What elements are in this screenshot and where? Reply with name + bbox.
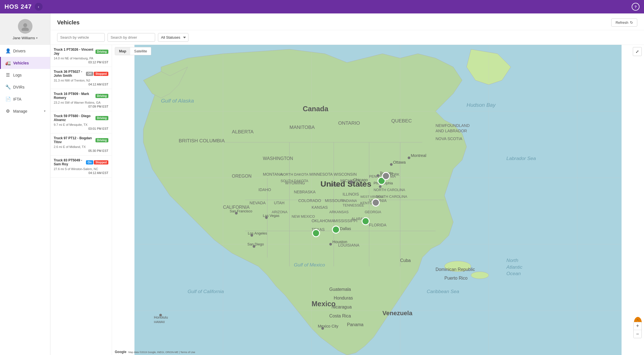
svg-point-4 [471, 272, 489, 279]
svg-text:Honduras: Honduras [334, 296, 353, 300]
svg-text:TENNESSEE: TENNESSEE [342, 203, 364, 207]
page-title: Vehicles [57, 19, 80, 26]
svg-text:Guatemala: Guatemala [329, 287, 351, 292]
svg-point-1 [22, 27, 29, 31]
svg-text:San Francisco: San Francisco [230, 209, 252, 213]
vehicle-list: Truck 1 PT3026 - Vincent Jay Driving 14.… [50, 45, 112, 355]
svg-text:OREGON: OREGON [232, 174, 251, 178]
vehicle-marker-3[interactable] [362, 218, 369, 225]
vehicle-location: 23.2 mi SW of Warner Robins, GA [54, 101, 108, 104]
svg-text:Ocean: Ocean [507, 271, 521, 276]
google-logo: Google [115, 350, 126, 354]
svg-text:NEW MEXICO: NEW MEXICO [292, 215, 315, 219]
svg-text:UTAH: UTAH [274, 201, 284, 205]
svg-text:COLORADO: COLORADO [298, 198, 321, 203]
map-tab-map[interactable]: Map [115, 47, 130, 55]
vehicle-name: Truck 36 PT5027 - John Smith [54, 70, 84, 78]
table-row[interactable]: Truck 83 PT5049 - Sam Roy On Stopped 27.… [50, 156, 112, 178]
table-row[interactable]: Truck 97 PT12 - Bogdan Titov Driving 2.6… [50, 133, 112, 156]
sidebar-item-label-drivers: Drivers [13, 49, 25, 53]
vehicle-marker-5[interactable] [312, 229, 319, 236]
svg-text:Dallas: Dallas [340, 226, 351, 231]
svg-text:San Diego: San Diego [247, 242, 264, 246]
svg-text:Canada: Canada [303, 105, 328, 113]
svg-text:SOUTH DAKOTA: SOUTH DAKOTA [281, 179, 308, 183]
vehicle-marker-2[interactable] [382, 172, 389, 179]
sidebar-item-manage[interactable]: ⚙ Manage ▾ [0, 105, 50, 117]
svg-text:Labrador Sea: Labrador Sea [507, 156, 536, 161]
filter-bar: All Statuses Driving Off Duty Stopped On… [50, 30, 644, 45]
sidebar-item-label-manage: Manage [13, 109, 27, 113]
svg-text:Honolulu: Honolulu [154, 315, 168, 319]
sidebar-item-label-logs: Logs [13, 73, 22, 77]
chicago-dot [350, 180, 353, 184]
vehicle-marker-6[interactable] [372, 199, 379, 206]
svg-text:Atlantic: Atlantic [506, 264, 522, 270]
help-button[interactable]: ? [632, 3, 640, 11]
sidebar: Jane Williams ▾ 👤 Drivers 🚛 Vehicles ☰ L… [0, 13, 50, 355]
sidebar-item-drivers[interactable]: 👤 Drivers [0, 45, 50, 57]
sidebar-item-dvirs[interactable]: 🔧 DVIRs [0, 81, 50, 93]
svg-text:Chicago: Chicago [353, 178, 368, 182]
sidebar-item-ifta[interactable]: 📄 IFTA [0, 93, 50, 105]
svg-text:OKLAHOMA: OKLAHOMA [312, 219, 334, 223]
svg-text:NEVADA: NEVADA [249, 201, 266, 205]
fullscreen-button[interactable]: ⤢ [633, 47, 642, 56]
vehicle-time: 07:09 PM EST [88, 105, 108, 108]
map-tab-satellite[interactable]: Satellite [130, 47, 151, 55]
svg-text:Mexico City: Mexico City [318, 324, 339, 328]
svg-text:KANSAS: KANSAS [312, 205, 328, 210]
header-left: HOS 247 ‹ [4, 3, 43, 11]
vehicle-marker-4[interactable] [332, 226, 339, 233]
svg-text:MONTANA: MONTANA [263, 172, 283, 177]
svg-text:OHIO: OHIO [356, 183, 366, 187]
svg-text:FLORIDA: FLORIDA [369, 223, 386, 227]
drivers-icon: 👤 [5, 48, 10, 54]
vehicle-time: 05:30 PM EST [88, 149, 108, 152]
svg-text:Dominican Republic: Dominican Republic [436, 267, 475, 272]
status-badge: Driving [95, 116, 108, 120]
svg-text:ILLINOIS: ILLINOIS [342, 192, 359, 196]
vehicle-time: 03:12 PM EST [88, 61, 108, 64]
username[interactable]: Jane Williams ▾ [13, 36, 38, 40]
vehicle-time: 03:01 PM EST [88, 127, 108, 130]
zoom-out-button[interactable]: − [634, 330, 641, 338]
top-header: HOS 247 ‹ ? [0, 0, 644, 13]
vehicle-name: Truck 59 PT680 - Diego Alvarez [54, 114, 94, 122]
back-button[interactable]: ‹ [35, 3, 43, 11]
status-badge: Driving [95, 138, 108, 142]
refresh-button[interactable]: Refresh ↻ [611, 18, 637, 27]
search-driver-input[interactable] [108, 33, 155, 42]
ifta-icon: 📄 [5, 96, 10, 102]
vehicle-location: 9.7 mi E of Mesquite, TX [54, 123, 108, 126]
svg-text:NEBRASKA: NEBRASKA [294, 190, 316, 194]
refresh-label: Refresh [615, 20, 628, 25]
svg-text:MANITOBA: MANITOBA [290, 124, 315, 130]
table-row[interactable]: Truck 59 PT680 - Diego Alvarez Driving 9… [50, 111, 112, 133]
zoom-in-button[interactable]: + [634, 322, 641, 330]
avatar [18, 19, 32, 34]
search-vehicle-input[interactable] [57, 33, 105, 42]
toronto-dot [377, 174, 379, 177]
svg-text:INDIANA: INDIANA [342, 199, 357, 203]
manage-icon: ⚙ [5, 108, 10, 114]
user-section: Jane Williams ▾ [0, 13, 50, 45]
table-row[interactable]: Truck 36 PT5027 - John Smith Off Stopped… [50, 67, 112, 89]
sidebar-item-vehicles[interactable]: 🚛 Vehicles [0, 57, 50, 69]
svg-text:HAWAII: HAWAII [154, 320, 165, 324]
table-row[interactable]: Truck 1 PT3026 - Vincent Jay Driving 14.… [50, 45, 112, 67]
sidebar-item-logs[interactable]: ☰ Logs [0, 69, 50, 81]
table-row[interactable]: Truck 16 PT809 - Mark Romery Driving 23.… [50, 89, 112, 111]
svg-text:CALIFORNIA: CALIFORNIA [223, 205, 250, 210]
svg-text:Hudson Bay: Hudson Bay [466, 102, 496, 108]
svg-text:Gulf of Alaska: Gulf of Alaska [161, 98, 194, 104]
vehicle-location: 14.0 mi NE of Harrisburg, PA [54, 57, 108, 60]
status-badge: Stopped [94, 72, 108, 76]
map-tabs: Map Satellite [115, 47, 151, 55]
svg-text:SOUTH CAROLINA: SOUTH CAROLINA [376, 195, 407, 199]
svg-text:ONTARIO: ONTARIO [338, 120, 360, 126]
vehicle-time: 04:12 AM EST [88, 171, 108, 175]
content-area: Vehicles Refresh ↻ All Statuses Driving … [50, 13, 644, 355]
status-filter-select[interactable]: All Statuses Driving Off Duty Stopped On… [158, 33, 188, 42]
vehicle-name: Truck 1 PT3026 - Vincent Jay [54, 48, 94, 55]
